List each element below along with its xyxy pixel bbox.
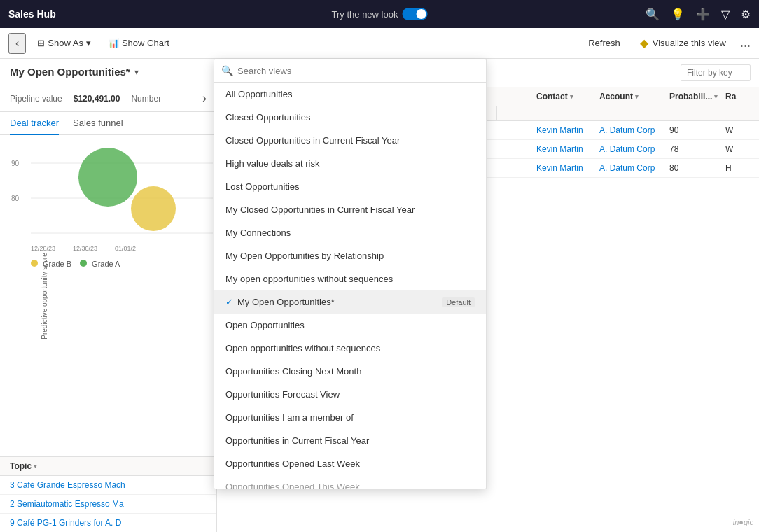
show-as-chevron: ▾ <box>86 38 91 48</box>
dropdown-item-opp-last-week[interactable]: Opportunities Opened Last Week <box>214 452 486 475</box>
row-3-topic-link[interactable]: 9 Café PG-1 Grinders for A. D <box>10 518 207 528</box>
chart-legend: Grade B Grade A <box>31 260 207 268</box>
table-row: 9 Café PG-1 Grinders for A. D <box>0 514 216 532</box>
show-as-label: Show As <box>48 38 83 48</box>
pipeline-more-button[interactable]: › <box>202 91 207 106</box>
try-new-look-toggle[interactable] <box>402 8 427 20</box>
row-1-ra: W <box>725 125 753 135</box>
topbar-icons: 🔍 💡 ➕ ▽ ⚙ <box>646 8 751 21</box>
col-header-contact[interactable]: Contact ▾ <box>536 92 599 102</box>
pipeline-value: $120,491.00 <box>74 94 120 104</box>
view-title: My Open Opportunities* <box>10 66 130 78</box>
chart-svg: 90 80 12/28/23 12/30/23 01/01/2 <box>31 142 213 254</box>
view-tabs: Deal tracker Sales funnel <box>0 112 216 135</box>
show-chart-button[interactable]: 📊 Show Chart <box>102 35 175 51</box>
dropdown-search-area: 🔍 <box>214 59 486 83</box>
row-1-contact: Kevin Martin <box>536 125 599 135</box>
filter-by-key-input[interactable] <box>681 64 751 81</box>
grade-b-dot <box>31 260 38 267</box>
table-header: Topic ▾ <box>0 457 216 476</box>
row-1-topic-link[interactable]: 3 Café Grande Espresso Mach <box>10 480 207 490</box>
selected-check-icon: ✓ <box>225 297 233 307</box>
default-badge: Default <box>442 298 475 307</box>
row-2-topic-link[interactable]: 2 Semiautomatic Espresso Ma <box>10 499 207 509</box>
add-icon[interactable]: ➕ <box>696 8 710 21</box>
viz-icon: ◆ <box>640 36 648 50</box>
refresh-button[interactable]: Refresh <box>583 35 626 51</box>
row-2-ra: W <box>725 144 753 154</box>
row-2-contact-link[interactable]: Kevin Martin <box>536 144 583 154</box>
table-row: 3 Café Grande Espresso Mach <box>0 476 216 495</box>
row-1-contact-link[interactable]: Kevin Martin <box>536 125 583 135</box>
row-1-prob: 90 <box>669 125 725 135</box>
visualize-button[interactable]: ◆ Visualize this view <box>632 33 734 53</box>
view-title-chevron[interactable]: ▾ <box>134 67 139 77</box>
row-2-account: A. Datum Corp <box>599 144 669 154</box>
dropdown-item-my-open-by-rel[interactable]: My Open Opportunities by Relationship <box>214 244 486 267</box>
topbar: Sales Hub Try the new look 🔍 💡 ➕ ▽ ⚙ <box>0 0 759 28</box>
dropdown-item-my-connections[interactable]: My Connections <box>214 221 486 244</box>
toggle-container <box>402 8 427 20</box>
dropdown-item-high-value[interactable]: High value deals at risk <box>214 152 486 175</box>
dropdown-item-closed-opp[interactable]: Closed Opportunities <box>214 106 486 129</box>
row-3-contact-link[interactable]: Kevin Martin <box>536 163 583 173</box>
svg-point-9 <box>131 186 176 231</box>
tab-deal-tracker[interactable]: Deal tracker <box>10 112 59 135</box>
dropdown-item-opp-closing-month[interactable]: Opportunities Closing Next Month <box>214 360 486 383</box>
dropdown-list: All Opportunities Closed Opportunities C… <box>214 83 486 489</box>
y-axis-label: Predictive opportunity score <box>41 253 48 339</box>
view-header: My Open Opportunities* ▾ <box>0 59 216 85</box>
row-1-account: A. Datum Corp <box>599 125 669 135</box>
chart-canvas: 90 80 12/28/23 12/30/23 01/01/2 <box>31 142 207 254</box>
help-icon[interactable]: 💡 <box>671 8 685 21</box>
toolbar-right: Refresh ◆ Visualize this view ... <box>583 33 751 53</box>
number-label: Number <box>131 94 161 104</box>
dropdown-item-opp-member[interactable]: Opportunities I am a member of <box>214 406 486 429</box>
row-1-account-link[interactable]: A. Datum Corp <box>599 125 655 135</box>
legend-grade-b: Grade B <box>31 260 71 268</box>
dropdown-item-my-open-opp[interactable]: ✓ My Open Opportunities* Default <box>214 290 486 314</box>
settings-icon[interactable]: ⚙ <box>741 8 751 21</box>
dropdown-item-opp-fiscal[interactable]: Opportunities in Current Fiscal Year <box>214 429 486 452</box>
show-as-button[interactable]: ⊞ Show As ▾ <box>32 35 97 51</box>
dropdown-item-my-open-no-seq[interactable]: My open opportunities without sequences <box>214 267 486 290</box>
dropdown-item-open-no-seq[interactable]: Open opportunities without sequences <box>214 337 486 360</box>
refresh-label: Refresh <box>588 38 620 48</box>
dropdown-item-closed-fiscal[interactable]: Closed Opportunities in Current Fiscal Y… <box>214 129 486 152</box>
row-2-prob: 78 <box>669 144 725 154</box>
dropdown-item-lost-opp[interactable]: Lost Opportunities <box>214 175 486 198</box>
show-chart-label: Show Chart <box>122 38 169 48</box>
search-icon[interactable]: 🔍 <box>646 8 660 21</box>
more-options-button[interactable]: ... <box>740 36 751 50</box>
row-2-account-link[interactable]: A. Datum Corp <box>599 144 655 154</box>
col-header-topic[interactable]: Topic ▾ <box>10 461 207 471</box>
show-chart-icon: 📊 <box>108 38 119 48</box>
dropdown-item-all-opp[interactable]: All Opportunities <box>214 83 486 106</box>
col-header-account[interactable]: Account ▾ <box>599 92 669 102</box>
svg-text:80: 80 <box>11 195 20 202</box>
visualize-label: Visualize this view <box>653 38 726 48</box>
pipeline-stats: Pipeline value $120,491.00 Number › <box>0 85 216 112</box>
view-selector-dropdown: 🔍 All Opportunities Closed Opportunities… <box>214 59 487 489</box>
row-3-contact: Kevin Martin <box>536 163 599 173</box>
pipeline-label: Pipeline value <box>10 94 62 104</box>
app-title: Sales Hub <box>8 8 56 20</box>
search-views-input[interactable] <box>237 66 479 76</box>
opportunities-table: Topic ▾ 3 Café Grande Espresso Mach 2 Se… <box>0 456 216 532</box>
legend-grade-a: Grade A <box>80 260 120 268</box>
row-3-account-link[interactable]: A. Datum Corp <box>599 163 655 173</box>
filter-icon[interactable]: ▽ <box>721 8 730 21</box>
svg-text:01/01/2: 01/01/2 <box>115 245 136 252</box>
dropdown-item-opp-forecast[interactable]: Opportunities Forecast View <box>214 383 486 406</box>
dropdown-item-my-closed-fiscal[interactable]: My Closed Opportunities in Current Fisca… <box>214 198 486 221</box>
col-header-prob[interactable]: Probabili... ▾ <box>669 92 725 102</box>
col-header-ra[interactable]: Ra <box>725 92 753 102</box>
topbar-center: Try the new look <box>332 8 428 20</box>
left-panel: My Open Opportunities* ▾ Pipeline value … <box>0 59 217 532</box>
chart-area: Predictive opportunity score 90 80 12/28… <box>0 135 216 456</box>
row-3-account: A. Datum Corp <box>599 163 669 173</box>
back-button[interactable]: ‹ <box>8 33 26 54</box>
tab-sales-funnel[interactable]: Sales funnel <box>73 112 123 135</box>
dropdown-item-opp-this-week[interactable]: Opportunities Opened This Week <box>214 475 486 489</box>
dropdown-item-open-opp[interactable]: Open Opportunities <box>214 314 486 337</box>
